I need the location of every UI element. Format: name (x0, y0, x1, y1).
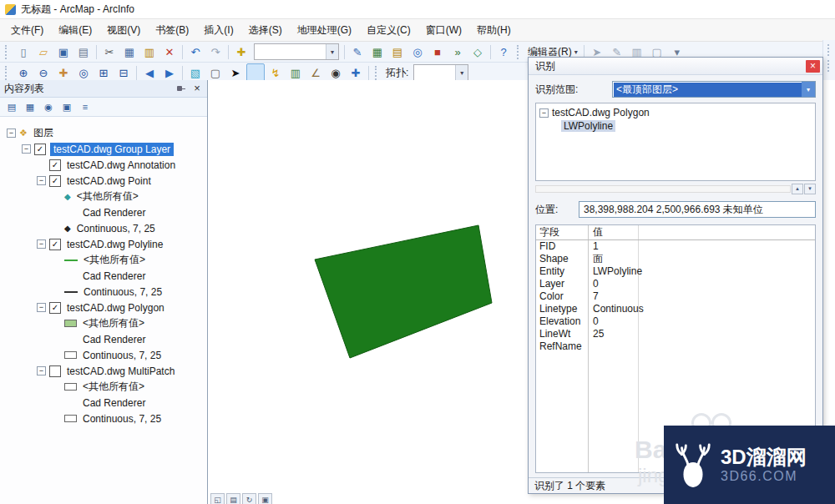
delete-icon[interactable]: ✕ (160, 43, 179, 61)
list-by-selection-icon[interactable]: ▣ (58, 98, 75, 115)
menu-item-B[interactable]: 书签(B) (148, 19, 196, 41)
identify-icon[interactable]: i (246, 63, 265, 82)
add-data-icon[interactable]: ✚ (232, 43, 250, 61)
collapse-expander-icon[interactable]: − (37, 366, 46, 375)
layer-name[interactable]: Continuous, 7, 25 (82, 286, 164, 298)
layer-name[interactable]: 图层 (32, 126, 55, 140)
editor-toolbar-grip[interactable] (517, 45, 522, 59)
menu-item-E[interactable]: 编辑(E) (51, 19, 99, 41)
scroll-up-button[interactable]: ▲ (792, 184, 803, 194)
identify-close-icon[interactable]: × (806, 60, 820, 73)
catalog-window-icon[interactable]: ▤ (388, 43, 407, 61)
topology-menu[interactable]: 拓扑: (383, 66, 411, 80)
layer-name[interactable]: Continuous, 7, 25 (75, 223, 157, 234)
layer-name[interactable]: Continuous, 7, 25 (81, 413, 163, 425)
list-by-source-icon[interactable]: ▦ (22, 98, 38, 115)
zoom-in-icon[interactable]: ⊕ (14, 63, 33, 82)
layer-name[interactable]: Cad Renderer (81, 334, 147, 345)
cut-icon[interactable]: ✂ (100, 43, 119, 61)
toc-options-icon[interactable]: ≡ (77, 98, 94, 115)
identify-field-row[interactable]: LinetypeContinuous (536, 303, 815, 315)
chevron-down-icon[interactable]: ▾ (455, 65, 468, 80)
attribute-table-icon[interactable]: ▦ (368, 43, 387, 61)
topology-combo[interactable]: ▾ (413, 64, 468, 81)
edit-pencil-icon[interactable]: ✎ (348, 43, 367, 61)
identify-field-row[interactable]: LineWt25 (536, 328, 815, 340)
layout-view-button[interactable]: ▤ (226, 493, 240, 504)
layer-visibility-checkbox[interactable]: ✓ (34, 144, 46, 155)
menu-item-V[interactable]: 视图(V) (99, 19, 148, 41)
clear-selection-icon[interactable]: ▢ (206, 63, 225, 82)
new-document-icon[interactable]: ▯ (14, 43, 33, 61)
collapse-expander-icon[interactable]: − (22, 144, 31, 154)
collapse-expander-icon[interactable]: − (7, 129, 16, 138)
python-window-icon[interactable]: » (448, 43, 467, 61)
open-folder-icon[interactable]: ▱ (34, 43, 53, 61)
layer-visibility-checkbox[interactable]: ✓ (49, 302, 61, 314)
layer-visibility-checkbox[interactable]: ✓ (49, 159, 61, 171)
standard-toolbar-grip[interactable] (5, 45, 10, 59)
identify-title-bar[interactable]: 识别 × (529, 58, 822, 75)
topology-toolbar-grip[interactable] (375, 66, 380, 80)
chevron-down-icon[interactable]: ▾ (574, 48, 581, 56)
refresh-view-button[interactable]: ↻ (242, 493, 256, 504)
identify-field-row[interactable]: EntityLWPolyline (536, 265, 815, 278)
identify-tree-root-row[interactable]: − testCAD.dwg Polygon (539, 106, 812, 119)
measure-icon[interactable]: ∠ (306, 63, 325, 82)
chevron-down-icon[interactable]: ▾ (802, 82, 815, 97)
chevron-down-icon[interactable]: ▾ (326, 44, 338, 59)
fixed-zoom-out-icon[interactable]: ⊟ (114, 63, 133, 82)
layer-visibility-checkbox[interactable]: ✓ (49, 239, 61, 250)
layer-name[interactable]: testCAD.dwg MultiPatch (65, 365, 176, 377)
collapse-expander-icon[interactable]: − (37, 303, 46, 312)
map-scale-combo[interactable]: ▾ (254, 43, 339, 60)
html-popup-icon[interactable]: ▥ (286, 63, 305, 82)
identify-field-row[interactable]: Layer0 (536, 278, 815, 290)
save-icon[interactable]: ▣ (54, 43, 73, 61)
fixed-zoom-in-icon[interactable]: ⊞ (94, 63, 113, 82)
layer-name[interactable]: <其他所有值> (75, 189, 140, 204)
layer-name[interactable]: <其他所有值> (82, 253, 147, 267)
menu-item-I[interactable]: 插入(I) (196, 19, 240, 41)
identify-field-row[interactable]: Elevation0 (536, 315, 815, 328)
menu-item-G[interactable]: 地理处理(G) (290, 19, 359, 41)
layer-name[interactable]: testCAD.dwg Annotation (65, 159, 177, 171)
layer-name[interactable]: Cad Renderer (81, 270, 147, 282)
layer-name[interactable]: testCAD.dwg Polyline (65, 239, 164, 250)
identify-field-row[interactable]: FID1 (536, 240, 815, 253)
scroll-down-button[interactable]: ▼ (804, 184, 816, 194)
whats-this-help-icon[interactable]: ? (494, 43, 513, 61)
menu-item-W[interactable]: 窗口(W) (418, 19, 469, 41)
pause-drawing-button[interactable]: ▣ (258, 493, 272, 504)
layer-name[interactable]: Cad Renderer (81, 207, 147, 219)
undo-icon[interactable]: ↶ (186, 43, 205, 61)
layer-name[interactable]: <其他所有值> (81, 380, 146, 394)
menu-item-C[interactable]: 自定义(C) (359, 19, 418, 41)
layer-name[interactable]: testCAD.dwg Polygon (65, 302, 166, 314)
layer-visibility-checkbox[interactable]: ✓ (49, 175, 61, 187)
full-extent-icon[interactable]: ◎ (74, 63, 93, 82)
arctoolbox-icon[interactable]: ■ (428, 43, 447, 61)
identify-tree-child-row[interactable]: LWPolyline (561, 119, 812, 133)
layer-name[interactable]: Continuous, 7, 25 (81, 350, 163, 361)
go-to-xy-icon[interactable]: ✚ (347, 63, 365, 82)
layer-name[interactable]: Cad Renderer (81, 397, 147, 409)
back-extent-icon[interactable]: ◀ (140, 63, 159, 82)
list-by-drawing-order-icon[interactable]: ▤ (3, 98, 20, 115)
modelbuilder-icon[interactable]: ◇ (468, 43, 487, 61)
layer-name[interactable]: testCAD.dwg Group Layer (50, 143, 174, 156)
identify-field-row[interactable]: Color7 (536, 290, 815, 303)
layer-name[interactable]: <其他所有值> (81, 316, 146, 330)
select-elements-icon[interactable]: ➤ (226, 63, 245, 82)
toc-close-icon[interactable]: × (191, 83, 203, 94)
collapse-expander-icon[interactable]: − (539, 108, 549, 118)
collapse-expander-icon[interactable]: − (37, 239, 46, 249)
layer-name[interactable]: testCAD.dwg Point (65, 175, 153, 187)
pan-icon[interactable]: ✚ (54, 63, 73, 82)
zoom-out-icon[interactable]: ⊖ (34, 63, 53, 82)
menu-item-H[interactable]: 帮助(H) (469, 19, 519, 41)
redo-icon[interactable]: ↷ (206, 43, 225, 61)
data-view-button[interactable]: ◱ (210, 493, 225, 504)
menu-item-S[interactable]: 选择(S) (241, 19, 290, 41)
identify-scope-combo[interactable]: <最顶部图层> ▾ (612, 81, 816, 98)
